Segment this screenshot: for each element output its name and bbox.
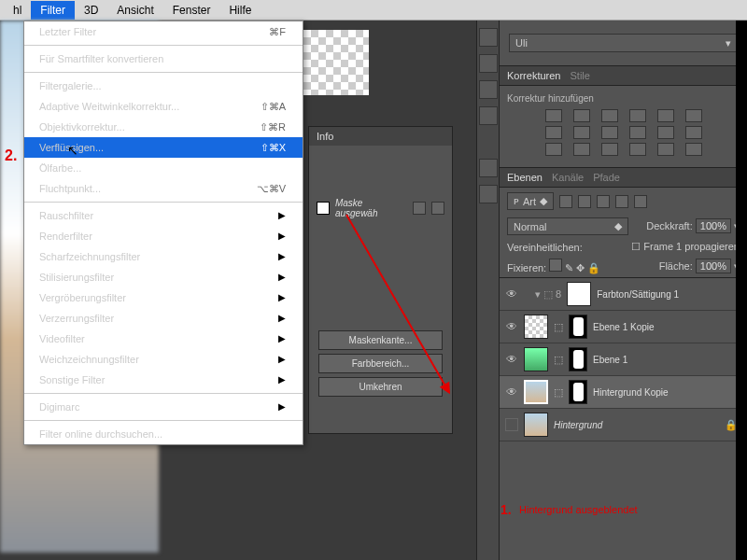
- adj-icon[interactable]: [601, 143, 618, 156]
- adj-icon[interactable]: [685, 143, 702, 156]
- menu-ansicht[interactable]: Ansicht: [107, 1, 162, 20]
- adj-icon[interactable]: [601, 126, 618, 139]
- menubar: hl Filter 3D Ansicht Fenster Hilfe: [0, 0, 747, 21]
- tab-kanaele[interactable]: Kanäle: [552, 172, 584, 183]
- dd-videofilter[interactable]: Videofilter▶: [24, 329, 303, 349]
- dd-oelfarbe[interactable]: Ölfarbe...: [24, 158, 303, 178]
- chevron-down-icon: ▾: [726, 37, 731, 49]
- unify-label: Vereinheitlichen:: [507, 242, 583, 253]
- adj-icon[interactable]: [601, 109, 618, 122]
- dd-smartfilter[interactable]: Für Smartfilter konvertieren: [24, 49, 303, 69]
- dd-sonstige[interactable]: Sonstige Filter▶: [24, 370, 303, 390]
- filter-type-icon[interactable]: [597, 195, 610, 208]
- layer-thumb: [524, 380, 548, 404]
- strip-icon[interactable]: [479, 106, 498, 125]
- strip-icon[interactable]: [479, 185, 498, 203]
- mask-opt2-icon[interactable]: [431, 202, 444, 215]
- right-panels: Uli▾ Korrekturen Stile Korrektur hinzufü…: [476, 21, 747, 560]
- menu-fenster[interactable]: Fenster: [163, 1, 220, 20]
- tab-stile[interactable]: Stile: [570, 70, 589, 81]
- eye-icon[interactable]: 👁: [505, 353, 518, 366]
- adj-icon[interactable]: [629, 143, 646, 156]
- eye-icon[interactable]: 👁: [505, 287, 518, 301]
- tab-ebenen[interactable]: Ebenen: [507, 172, 543, 183]
- layer-row[interactable]: 👁 ⬚ Ebene 1 Kopie: [500, 311, 747, 343]
- annotation-1-text: Hintergrund ausgeblendet: [519, 504, 638, 515]
- adj-icon[interactable]: [657, 109, 674, 122]
- strip-icon[interactable]: [479, 54, 498, 73]
- mask-thumb-icon: [317, 202, 330, 215]
- menu-filter[interactable]: Filter: [31, 1, 75, 20]
- filter-pixel-icon[interactable]: [559, 195, 572, 208]
- dd-stilisierung[interactable]: Stilisierungsfilter▶: [24, 267, 303, 287]
- dd-verzerrung[interactable]: Verzerrungsfilter▶: [24, 308, 303, 329]
- eye-icon[interactable]: [505, 418, 518, 431]
- dd-vergroeberung[interactable]: Vergröberungsfilter▶: [24, 287, 303, 308]
- adj-icon[interactable]: [657, 126, 674, 139]
- strip-icon[interactable]: [479, 159, 498, 177]
- link-icon: ⬚: [554, 354, 563, 366]
- mask-opt-icon[interactable]: [413, 202, 426, 215]
- adj-icon[interactable]: [573, 126, 590, 139]
- adj-icon[interactable]: [573, 143, 590, 156]
- filter-shape-icon[interactable]: [615, 195, 628, 208]
- opacity-label: Deckkraft:: [646, 220, 693, 231]
- fill-value[interactable]: 100%: [696, 259, 731, 273]
- mask-thumb: [569, 347, 587, 371]
- dd-verfluessigen[interactable]: Verflüssigen...⇧⌘X: [24, 137, 303, 158]
- lock-trans-icon[interactable]: [549, 259, 562, 272]
- strip-icon[interactable]: [479, 80, 498, 99]
- blend-mode-select[interactable]: Normal◆: [507, 217, 628, 235]
- adj-icon[interactable]: [629, 109, 646, 122]
- dd-objektiv[interactable]: Objektivkorrektur...⇧⌘R: [24, 117, 303, 137]
- eye-icon[interactable]: 👁: [505, 320, 518, 333]
- layer-name: Farbton/Sättigung 1: [597, 289, 679, 300]
- dd-online[interactable]: Filter online durchsuchen...: [24, 424, 303, 444]
- filter-adj-icon[interactable]: [578, 195, 591, 208]
- layer-row[interactable]: Hintergrund 🔒: [500, 409, 747, 441]
- menu-auswahl[interactable]: hl: [4, 1, 31, 20]
- strip-icon[interactable]: [479, 28, 498, 47]
- layer-row[interactable]: 👁 ⬚ Hintergrund Kopie: [500, 376, 747, 409]
- adj-icon[interactable]: [629, 126, 646, 139]
- cursor-icon: ↖: [67, 143, 78, 158]
- info-tab[interactable]: Info: [309, 127, 452, 146]
- dd-digimarc[interactable]: Digimarc▶: [24, 397, 303, 417]
- user-dropdown[interactable]: Uli▾: [509, 34, 738, 52]
- farbbereich-button[interactable]: Farbbereich...: [318, 354, 443, 373]
- annotation-2: 2.: [5, 147, 17, 164]
- layer-row[interactable]: 👁 ▾ ⬚ 8 Farbton/Sättigung 1: [500, 278, 747, 311]
- dd-renderfilter[interactable]: Renderfilter▶: [24, 226, 303, 246]
- layer-name: Hintergrund Kopie: [593, 387, 669, 398]
- adj-add-label: Korrektur hinzufügen: [507, 93, 740, 104]
- layer-name: Hintergrund: [554, 420, 602, 430]
- dd-weitwinkel[interactable]: Adaptive Weitwinkelkorrektur...⇧⌘A: [24, 96, 303, 117]
- adj-icon[interactable]: [685, 126, 702, 139]
- layer-thumb: [524, 413, 548, 437]
- dd-rauschfilter[interactable]: Rauschfilter▶: [24, 205, 303, 226]
- layer-row[interactable]: 👁 ⬚ Ebene 1: [500, 343, 747, 376]
- adj-icon[interactable]: [657, 143, 674, 156]
- menu-3d[interactable]: 3D: [75, 1, 107, 20]
- annotation-1-num: 1.: [500, 502, 512, 517]
- eye-icon[interactable]: 👁: [505, 385, 518, 399]
- umkehren-button[interactable]: Umkehren: [318, 377, 443, 397]
- opacity-value[interactable]: 100%: [696, 218, 731, 233]
- tab-pfade[interactable]: Pfade: [593, 172, 620, 183]
- adj-icon[interactable]: [545, 109, 562, 122]
- filter-smart-icon[interactable]: [634, 195, 647, 208]
- dd-filtergalerie[interactable]: Filtergalerie...: [24, 76, 303, 96]
- dd-weichzeichnung[interactable]: Weichzeichnungsfilter▶: [24, 349, 303, 370]
- dd-scharfzeichnung[interactable]: Scharfzeichnungsfilter▶: [24, 246, 303, 267]
- adj-icon[interactable]: [545, 126, 562, 139]
- adj-icon[interactable]: [545, 143, 562, 156]
- panel-tool-strip: [477, 21, 500, 560]
- tab-korrekturen[interactable]: Korrekturen: [507, 70, 560, 81]
- menu-hilfe[interactable]: Hilfe: [219, 1, 261, 20]
- adj-icon[interactable]: [685, 109, 702, 122]
- link-icon: ⬚: [554, 321, 563, 333]
- adj-icon[interactable]: [573, 109, 590, 122]
- layer-kind-select[interactable]: ᴘArt◆: [507, 192, 554, 210]
- fill-label: Fläche:: [659, 260, 693, 272]
- dd-fluchtpunkt[interactable]: Fluchtpunkt...⌥⌘V: [24, 178, 303, 199]
